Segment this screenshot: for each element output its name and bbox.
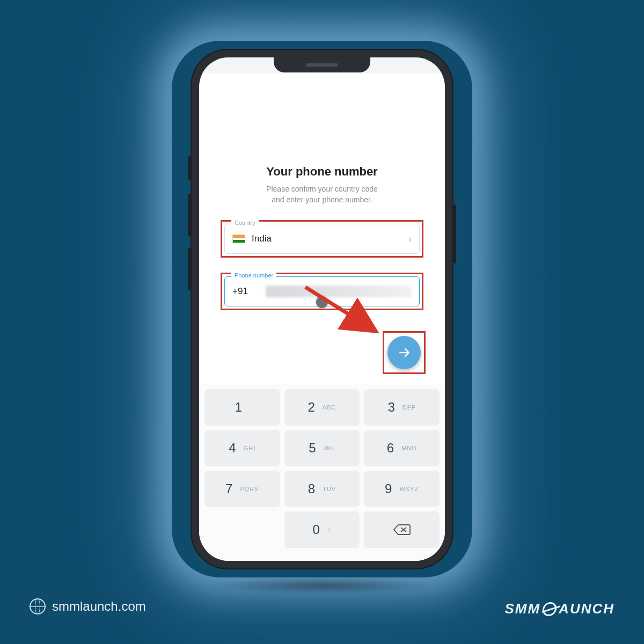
phone-volume-up [188,194,191,237]
page-subtitle: Please confirm your country code and ent… [215,184,429,205]
brand-logo-right: AUNCH [559,601,614,617]
flag-india-icon [232,235,245,243]
chevron-right-icon: › [408,233,412,245]
phone-volume-down [188,247,191,290]
globe-icon [30,598,46,614]
phone-power-button [453,204,456,264]
next-button[interactable] [387,336,421,369]
key-8[interactable]: 8TUV [284,471,360,507]
numeric-keypad: 1 2ABC 3DEF 4GHI 5JKL 6MNO 7PQRS 8TUV 9W… [199,384,445,561]
key-4[interactable]: 4GHI [204,430,280,466]
page-title: Your phone number [215,165,429,179]
country-code: +91 [232,286,259,297]
footer-url: smmlaunch.com [30,598,146,614]
phone-number-input[interactable]: Phone number +91 [224,276,420,306]
phone-side-button [188,156,191,180]
key-2[interactable]: 2ABC [284,389,360,426]
key-1[interactable]: 1 [204,389,280,426]
phone-frame: Your phone number Please confirm your co… [191,49,453,569]
phone-label: Phone number [231,272,276,279]
key-backspace[interactable] [364,511,440,548]
subtitle-line-2: and enter your phone number. [272,195,372,204]
key-3[interactable]: 3DEF [364,389,440,426]
country-field-highlight: Country India › [221,220,423,258]
brand-logo: SMM AUNCH [504,601,614,617]
phone-shadow [209,577,435,594]
arrow-right-icon [397,346,411,360]
login-content: Your phone number Please confirm your co… [199,74,445,310]
key-7[interactable]: 7PQRS [204,471,280,507]
key-5[interactable]: 5JKL [284,430,360,466]
footer-url-text: smmlaunch.com [52,599,146,614]
key-blank [204,511,280,548]
brand-logo-left: SMM [504,601,540,617]
phone-notch [274,57,370,72]
country-name: India [252,233,402,244]
phone-field-highlight: Phone number +91 [221,273,423,310]
next-button-highlight [383,331,426,374]
key-9[interactable]: 9WXYZ [364,471,440,507]
brand-logo-o-icon [541,602,558,616]
key-6[interactable]: 6MNO [364,430,440,466]
redacted-number [266,286,412,297]
subtitle-line-1: Please confirm your country code [266,185,378,193]
country-label: Country [231,219,259,226]
phone-screen: Your phone number Please confirm your co… [199,57,445,561]
backspace-icon [393,523,411,536]
key-0[interactable]: 0+ [284,511,360,548]
text-cursor-handle-icon [316,296,328,308]
country-selector[interactable]: Country India › [224,224,420,254]
